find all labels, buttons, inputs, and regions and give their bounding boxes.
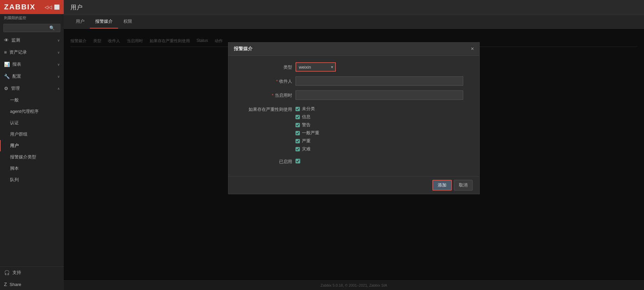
when-active-input[interactable]: 1-7,00:00-24:00 <box>296 90 463 100</box>
footer: Zabbix 5.0.18, © 2001–2021, Zabbix SIA <box>64 280 644 290</box>
form-row-severity: 如果存在严重性则使用 未分类 信息 <box>238 104 469 152</box>
severity-unclassified[interactable]: 未分类 <box>296 106 319 112</box>
sidebar-sub-auth[interactable]: 认证 <box>0 117 64 129</box>
logo-area: ZABBIX ◁◁ ⬜ <box>0 0 64 14</box>
modal-body: 类型 weixin Email SMS Jabber ▼ <box>228 56 479 176</box>
recipient-input[interactable]: all <box>296 76 463 86</box>
chevron-down-icon: ∨ <box>57 39 60 42</box>
checkbox-warning[interactable] <box>296 123 300 127</box>
form-row-recipient: 收件人 all <box>238 76 469 86</box>
severity-average-label: 一般严重 <box>302 130 319 136</box>
sidebar-sub-queue[interactable]: 队列 <box>0 174 64 186</box>
chevron-down-icon: ∨ <box>57 63 60 66</box>
severity-disaster-label: 灾难 <box>302 146 311 152</box>
sidebar-item-assets[interactable]: ≡ 资产记录 ∨ <box>0 46 64 58</box>
expand-icon[interactable]: ⬜ <box>54 4 60 10</box>
severity-info-label: 信息 <box>302 114 311 120</box>
enabled-checkbox[interactable] <box>296 159 300 163</box>
enabled-label: 已启用 <box>238 157 292 165</box>
checkbox-info[interactable] <box>296 115 300 119</box>
sidebar-bottom: 🎧 支持 Z Share <box>0 266 64 290</box>
checkbox-unclassified[interactable] <box>296 107 300 111</box>
search-input[interactable] <box>4 24 47 32</box>
sidebar-item-label: 管理 <box>11 85 55 91</box>
content-area: 报警媒介 类型 收件人 当启用时 如果存在严重性则使用 Status 动作 报警… <box>64 29 644 280</box>
user-label: 刘晨阳的监控 <box>0 14 64 22</box>
sidebar-item-label: Share <box>10 282 60 287</box>
select-wrapper: weixin Email SMS Jabber ▼ <box>296 62 336 72</box>
sidebar-item-label: 资产记录 <box>9 49 55 55</box>
gear-icon: ⚙ <box>4 86 8 91</box>
sidebar-item-share[interactable]: Z Share <box>0 279 64 290</box>
sidebar-sub-scripts[interactable]: 脚本 <box>0 163 64 174</box>
footer-text: Zabbix 5.0.18, © 2001–2021, Zabbix SIA <box>321 283 387 287</box>
search-box: 🔍 <box>0 22 64 34</box>
sidebar-sub-media-types[interactable]: 报警媒介类型 <box>0 151 64 163</box>
severity-info[interactable]: 信息 <box>296 114 319 120</box>
nav-section: 👁 监测 ∨ ≡ 资产记录 ∨ 📊 报表 ∨ 🔧 配置 ∨ ⚙ 管理 ∧ 一般 … <box>0 34 64 186</box>
type-label: 类型 <box>238 62 292 70</box>
tab-permissions[interactable]: 权限 <box>118 15 138 28</box>
severity-high-label: 严重 <box>302 138 311 144</box>
when-active-label: 当启用时 <box>238 90 292 98</box>
list-icon: ≡ <box>4 50 7 55</box>
chevron-down-icon: ∨ <box>57 75 60 78</box>
sidebar-item-label: 监测 <box>11 37 55 43</box>
modal-title-bar: 报警媒介 × <box>228 43 479 56</box>
severity-checkboxes: 未分类 信息 警告 一 <box>296 104 319 152</box>
form-row-type: 类型 weixin Email SMS Jabber ▼ <box>238 62 469 72</box>
cancel-button[interactable]: 取消 <box>454 180 473 191</box>
monitor-icon: 👁 <box>4 38 9 43</box>
sidebar-sub-users[interactable]: 用户 <box>0 140 64 151</box>
modal-dialog: 报警媒介 × 类型 weixin Email SMS Jabber <box>228 42 480 194</box>
checkbox-disaster[interactable] <box>296 147 300 151</box>
modal-title: 报警媒介 <box>234 46 253 52</box>
type-select[interactable]: weixin Email SMS Jabber <box>296 62 336 72</box>
sidebar-sub-general[interactable]: 一般 <box>0 94 64 106</box>
sidebar-item-manage[interactable]: ⚙ 管理 ∧ <box>0 82 64 94</box>
severity-average[interactable]: 一般严重 <box>296 130 319 136</box>
main-content: 用户 用户 报警媒介 权限 报警媒介 类型 收件人 当启用时 如果存在严重性则使… <box>64 0 644 290</box>
share-icon: Z <box>4 282 7 287</box>
chevron-down-icon: ∨ <box>57 51 60 54</box>
modal-close-button[interactable]: × <box>471 46 474 52</box>
collapse-icon[interactable]: ◁◁ <box>45 4 52 10</box>
chevron-up-icon: ∧ <box>57 87 60 90</box>
recipient-label: 收件人 <box>238 76 292 84</box>
wrench-icon: 🔧 <box>4 74 10 79</box>
checkbox-high[interactable] <box>296 139 300 143</box>
page-header: 用户 <box>64 0 644 15</box>
sidebar-item-label: 配置 <box>12 73 55 79</box>
add-button[interactable]: 添加 <box>432 180 452 191</box>
severity-warning[interactable]: 警告 <box>296 122 319 128</box>
search-icon[interactable]: 🔍 <box>47 24 57 32</box>
chart-icon: 📊 <box>4 62 10 67</box>
modal-overlay: 报警媒介 × 类型 weixin Email SMS Jabber <box>64 29 644 280</box>
tab-users[interactable]: 用户 <box>70 15 90 28</box>
severity-disaster[interactable]: 灾难 <box>296 146 319 152</box>
sidebar-item-monitor[interactable]: 👁 监测 ∨ <box>0 34 64 46</box>
severity-unclassified-label: 未分类 <box>302 106 315 112</box>
logo-text: ZABBIX <box>4 3 36 11</box>
sidebar-item-support[interactable]: 🎧 支持 <box>0 267 64 279</box>
headset-icon: 🎧 <box>4 270 10 275</box>
sidebar-sub-agent[interactable]: agent代理程序 <box>0 106 64 117</box>
sidebar-sub-usergroups[interactable]: 用户群组 <box>0 129 64 140</box>
checkbox-average[interactable] <box>296 131 300 135</box>
severity-label: 如果存在严重性则使用 <box>238 104 292 113</box>
severity-high[interactable]: 严重 <box>296 138 319 144</box>
page-title: 用户 <box>70 4 83 11</box>
form-row-when-active: 当启用时 1-7,00:00-24:00 <box>238 90 469 100</box>
sidebar-item-config[interactable]: 🔧 配置 ∨ <box>0 70 64 82</box>
search-wrapper: 🔍 <box>3 24 60 32</box>
modal-footer: 添加 取消 <box>228 176 479 194</box>
form-row-enabled: 已启用 <box>238 157 469 165</box>
tab-media[interactable]: 报警媒介 <box>90 15 118 28</box>
logo-controls: ◁◁ ⬜ <box>45 4 60 10</box>
sidebar: ZABBIX ◁◁ ⬜ 刘晨阳的监控 🔍 👁 监测 ∨ ≡ 资产记录 ∨ 📊 报… <box>0 0 64 290</box>
sidebar-item-label: 报表 <box>12 61 55 67</box>
severity-warning-label: 警告 <box>302 122 311 128</box>
sidebar-item-label: 支持 <box>12 270 60 276</box>
sidebar-item-reports[interactable]: 📊 报表 ∨ <box>0 58 64 70</box>
tabs-bar: 用户 报警媒介 权限 <box>64 15 644 29</box>
